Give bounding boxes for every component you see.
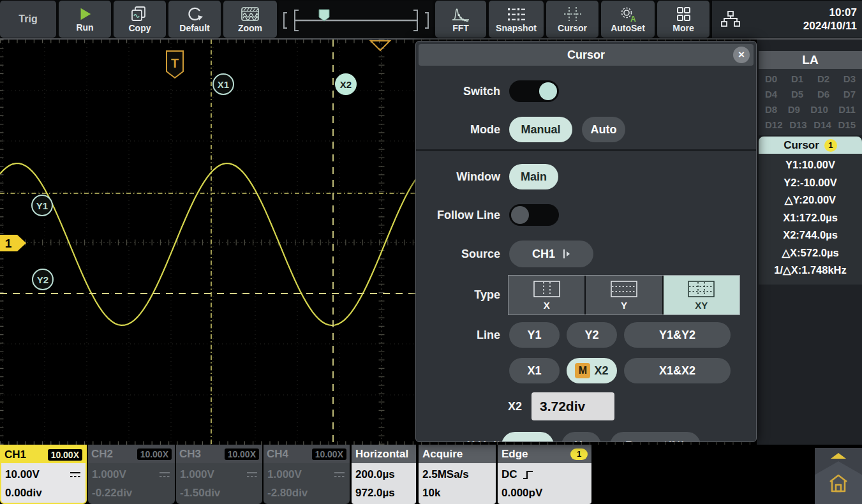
- cursor-switch-toggle[interactable]: [509, 80, 559, 102]
- line-x2-label: X2: [594, 364, 608, 378]
- snapshot-list-icon: [507, 6, 526, 22]
- more-label: More: [673, 23, 694, 33]
- trigger-status-box[interactable]: Edge 1 DC 0.000pV: [498, 445, 591, 504]
- type-xy-button[interactable]: XY: [664, 276, 739, 315]
- ch4-scale: 1.000V: [267, 468, 302, 481]
- la-channel-grid: D0D1D2D3 D4D5D6D7 D8D9D10D11 D12D13D14D1…: [759, 69, 862, 135]
- home-panel: [815, 448, 862, 504]
- mode-manual-button[interactable]: Manual: [509, 117, 572, 142]
- cursor-y1-handle[interactable]: Y1: [32, 195, 52, 216]
- cursor-y1-handle-label: Y1: [36, 200, 48, 211]
- unit-percent-button[interactable]: Percent(%): [610, 432, 701, 442]
- ch4-probe-badge: 10.00X: [312, 448, 346, 460]
- default-reset-icon: [186, 6, 204, 22]
- cursor-x1-handle[interactable]: X1: [213, 74, 234, 94]
- ch1-body: 10.00V 0.00div: [1, 463, 85, 502]
- trig-button[interactable]: Trig: [0, 1, 56, 38]
- trigger-flag[interactable]: T: [167, 51, 183, 78]
- zoom-button[interactable]: Zoom: [223, 1, 277, 38]
- la-row: D8D9D10D11: [759, 101, 862, 117]
- line-y1-button[interactable]: Y1: [509, 322, 560, 348]
- ch1-header: CH1 10.00X: [1, 446, 85, 463]
- follow-line-toggle[interactable]: [509, 204, 559, 226]
- oscilloscope-screen: Trig Run Copy Default: [0, 0, 862, 504]
- unit-s-button[interactable]: s: [502, 432, 554, 442]
- autoset-button[interactable]: A AutoSet: [601, 1, 655, 38]
- cursor-button[interactable]: Cursor: [546, 1, 598, 38]
- mode-auto-button[interactable]: Auto: [582, 117, 625, 142]
- ch2-scale: 1.000V: [92, 468, 126, 481]
- la-row: D12D13D14D15: [759, 117, 862, 132]
- channel-status-ch4[interactable]: CH4 10.00X 1.000V -2.80div: [264, 445, 350, 504]
- line-x1x2-button[interactable]: X1&X2: [624, 358, 731, 383]
- la-d0: D0: [765, 73, 777, 84]
- cursor-source-badge: 1: [824, 139, 837, 152]
- dropdown-expand-icon: [563, 249, 570, 259]
- snapshot-button[interactable]: Snapshot: [489, 1, 544, 38]
- default-button[interactable]: Default: [168, 1, 221, 38]
- type-y-button[interactable]: Y: [586, 276, 662, 315]
- line-y1y2-button[interactable]: Y1&Y2: [624, 322, 731, 348]
- acquire-status-box[interactable]: Acquire 2.5MSa/s 10k: [419, 445, 496, 504]
- horizontal-position-slider[interactable]: [279, 1, 433, 38]
- toggle-knob: [539, 82, 557, 100]
- copy-label: Copy: [129, 23, 151, 33]
- cursor-readout-header[interactable]: Cursor 1: [759, 137, 862, 154]
- line-y2-button[interactable]: Y2: [567, 322, 617, 348]
- type-xy-label: XY: [695, 300, 708, 311]
- ch3-body: 1.000V -1.50div: [176, 463, 262, 502]
- unit-percent-label: Percent(%): [625, 439, 685, 443]
- type-x-button[interactable]: X: [509, 276, 584, 315]
- autoset-label: AutoSet: [611, 23, 645, 33]
- cursor-x2-handle[interactable]: X2: [335, 73, 357, 95]
- close-icon[interactable]: ×: [733, 47, 750, 63]
- channel-status-ch3[interactable]: CH3 10.00X 1.000V -1.50div: [176, 445, 262, 504]
- type-label: Type: [416, 286, 500, 303]
- ch1-probe-badge: 10.00X: [48, 449, 82, 461]
- time-text: 10:07: [803, 6, 857, 19]
- cursor-x2-handle-label: X2: [340, 79, 352, 90]
- horizontal-status-box[interactable]: Horizontal 200.0µs 972.0µs: [352, 445, 416, 504]
- fft-button[interactable]: FFT: [435, 1, 486, 38]
- source-label: Source: [416, 246, 500, 262]
- home-icon[interactable]: [827, 472, 850, 495]
- la-row: D4D5D6D7: [759, 86, 862, 101]
- line-y1y2-label: Y1&Y2: [659, 329, 695, 342]
- x2-value-input[interactable]: 3.72div: [531, 392, 614, 420]
- cursor-y2-handle[interactable]: Y2: [33, 269, 53, 290]
- la-d11: D11: [838, 104, 856, 115]
- unit-hz-button[interactable]: Hz: [561, 432, 601, 442]
- bottom-status-bar: CH1 10.00X 10.00V 0.00div CH2 10.00X 1.0…: [0, 445, 862, 504]
- line-x2-button[interactable]: M X2: [567, 358, 617, 383]
- zoom-waveform-icon: [241, 6, 260, 22]
- type-y-icon: [609, 279, 639, 299]
- ch2-name: CH2: [91, 448, 113, 461]
- type-x-icon: [532, 279, 561, 299]
- readout-y2: Y2:-10.00V: [759, 174, 862, 192]
- copy-button[interactable]: Copy: [114, 1, 166, 38]
- multipurpose-knob-badge: M: [575, 363, 590, 378]
- run-button[interactable]: Run: [59, 1, 111, 38]
- more-button[interactable]: More: [657, 1, 710, 38]
- fft-spectrum-icon: [451, 6, 470, 22]
- clock-panel[interactable]: 10:07 2024/10/11: [712, 1, 862, 38]
- trigger-flag-label: T: [171, 56, 179, 70]
- window-main-button[interactable]: Main: [509, 164, 558, 189]
- x-unit-label: X Unit: [416, 437, 500, 442]
- readout-y1: Y1:10.00V: [759, 156, 862, 174]
- collapse-up-arrow-icon[interactable]: [831, 453, 846, 459]
- ch2-offset: -0.22div: [92, 487, 132, 500]
- source-select[interactable]: CH1: [509, 241, 593, 267]
- ch3-probe-badge: 10.00X: [225, 448, 259, 460]
- line-x1-button[interactable]: X1: [509, 358, 560, 383]
- acquire-memory-depth: 10k: [422, 487, 440, 500]
- cursor-label: Cursor: [558, 23, 587, 33]
- cursor-readout-list: Y1:10.00V Y2:-10.00V △Y:20.00V X1:172.0µ…: [759, 154, 862, 285]
- channel-status-ch1[interactable]: CH1 10.00X 10.00V 0.00div: [0, 445, 87, 504]
- cursor-dialog-titlebar[interactable]: Cursor: [419, 44, 754, 66]
- channel-status-ch2[interactable]: CH2 10.00X 1.000V -0.22div: [88, 445, 175, 504]
- la-header[interactable]: LA: [759, 51, 862, 69]
- la-d13: D13: [789, 119, 807, 130]
- slider-trigger-marker[interactable]: [319, 10, 329, 21]
- ch2-header: CH2 10.00X: [88, 445, 175, 463]
